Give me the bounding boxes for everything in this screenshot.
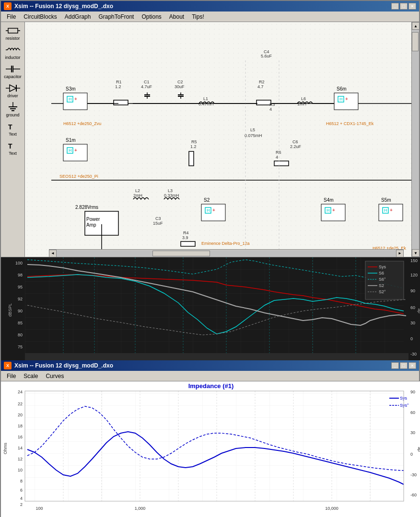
tool-text1[interactable]: T Text [2, 120, 23, 138]
svg-text:R1: R1 [116, 80, 122, 84]
second-menu-bar: File Scale Curves [1, 371, 419, 381]
scroll-thumb-h[interactable] [152, 251, 210, 256]
close-button[interactable]: × [408, 3, 416, 10]
tool-inductor-label: inductor [5, 55, 20, 60]
svg-text:4: 4 [269, 107, 272, 112]
title-bar-controls[interactable]: _ □ × [391, 3, 416, 10]
svg-text:Power: Power [86, 217, 100, 222]
svg-text:H6512 + CDX1-1745_Ek: H6512 + CDX1-1745_Ek [326, 121, 374, 126]
svg-text:2.2uF: 2.2uF [290, 144, 302, 149]
svg-text:0.33mH: 0.33mH [164, 193, 179, 198]
scroll-right-button[interactable]: ► [396, 250, 404, 257]
tool-ground[interactable]: ground [2, 101, 23, 119]
svg-text:4.7: 4.7 [257, 84, 264, 89]
scroll-down-button[interactable]: ▼ [412, 249, 420, 257]
maximize-button[interactable]: □ [400, 3, 408, 10]
svg-text:30: 30 [410, 321, 415, 325]
svg-text:60: 60 [410, 305, 415, 310]
svg-text:Ohms: Ohms [3, 443, 8, 455]
svg-text:°ap: °ap [417, 307, 420, 313]
svg-text:0: 0 [410, 336, 413, 341]
svg-text:4: 4 [20, 496, 23, 501]
menu2-file[interactable]: File [3, 372, 20, 380]
text2-icon: T [6, 140, 20, 151]
svg-text:90: 90 [410, 288, 415, 293]
driver-icon [6, 83, 20, 93]
svg-text:-30: -30 [410, 352, 417, 356]
svg-text:85: 85 [18, 321, 23, 325]
tool-text2[interactable]: T Text [2, 139, 23, 157]
svg-text:18: 18 [18, 424, 23, 428]
svg-text:R6: R6 [276, 150, 281, 155]
horizontal-scrollbar[interactable]: ◄ ► [49, 249, 404, 257]
svg-text:1.2: 1.2 [190, 144, 197, 149]
svg-text:75: 75 [18, 345, 23, 349]
menu-options[interactable]: Options [138, 12, 165, 21]
menu-graphtofront[interactable]: GraphToFront [94, 12, 138, 21]
svg-text:L2: L2 [135, 188, 140, 193]
tool-capacitor[interactable]: capacitor [2, 62, 23, 80]
svg-text:+: + [74, 148, 77, 153]
svg-text:95: 95 [18, 285, 23, 289]
second-window-title: Xsim -- Fusion 12 diysg_modD_.dxo [14, 362, 113, 369]
svg-text:3.9: 3.9 [182, 235, 188, 240]
minimize-button[interactable]: _ [391, 3, 399, 10]
minimize-button-2[interactable]: _ [391, 362, 399, 369]
svg-text:20: 20 [18, 413, 23, 417]
svg-text:R2: R2 [259, 80, 265, 84]
menu2-curves[interactable]: Curves [42, 372, 68, 380]
impedance-graph-svg: Impedance (#1) 24 22 20 18 16 14 12 10 8… [1, 381, 420, 517]
menu-file[interactable]: File [3, 12, 20, 21]
menu-tips[interactable]: Tips! [188, 12, 208, 21]
scroll-up-button[interactable]: ▲ [412, 22, 420, 30]
svg-text:Sys°: Sys° [400, 403, 409, 408]
tool-text2-label: Text [9, 151, 17, 156]
scroll-track-v[interactable] [412, 30, 419, 249]
circuit-area[interactable]: Power Amp 2.828Vrms 1W (8 ohm) S3m H + [25, 22, 411, 257]
svg-rect-75 [189, 151, 194, 166]
scroll-thumb-v[interactable] [412, 32, 419, 51]
svg-text:0.075mH: 0.075mH [245, 133, 262, 138]
svg-text:10: 10 [18, 468, 23, 472]
menu-addgraph[interactable]: AddGraph [61, 12, 95, 21]
second-title-bar-controls[interactable]: _ □ × [391, 362, 416, 369]
svg-text:12: 12 [18, 457, 23, 461]
svg-text:14: 14 [18, 446, 23, 450]
svg-text:+: + [390, 207, 393, 213]
svg-text:90: 90 [18, 309, 23, 313]
menu2-scale[interactable]: Scale [20, 372, 42, 380]
menu-about[interactable]: About [165, 12, 188, 21]
spl-graph-svg: 100 98 95 92 90 85 80 75 dBSPL 150 120 9… [1, 257, 420, 365]
svg-text:15uF: 15uF [153, 221, 163, 226]
tool-resistor[interactable]: resistor [2, 24, 23, 42]
svg-text:100: 100 [15, 261, 23, 265]
svg-text:dBSPL: dBSPL [8, 303, 12, 317]
svg-rect-52 [257, 100, 271, 105]
svg-text:S3m: S3m [66, 86, 76, 92]
svg-text:+: + [212, 207, 215, 213]
tool-driver[interactable]: driver [2, 81, 23, 100]
scroll-track-h[interactable] [57, 250, 396, 257]
svg-text:0: 0 [410, 452, 413, 457]
scroll-left-button[interactable]: ◄ [49, 250, 57, 257]
svg-text:1.2: 1.2 [115, 84, 121, 89]
svg-text:+: + [345, 96, 348, 102]
tool-driver-label: driver [7, 93, 18, 98]
svg-text:5.6uF: 5.6uF [261, 54, 272, 58]
vertical-scrollbar[interactable]: ▲ ▼ [411, 22, 419, 257]
svg-text:C1: C1 [144, 80, 150, 84]
svg-text:T: T [8, 142, 12, 150]
menu-circuitblocks[interactable]: CircuitBlocks [20, 12, 60, 21]
tool-inductor[interactable]: inductor [2, 43, 23, 61]
svg-text:C3: C3 [155, 216, 161, 221]
svg-text:Eminence Delta-Pro_12a: Eminence Delta-Pro_12a [201, 241, 250, 246]
inductor-icon [6, 45, 20, 55]
close-button-2[interactable]: × [408, 362, 416, 369]
ground-icon [6, 102, 20, 113]
svg-text:S6: S6 [379, 271, 384, 276]
svg-text:60: 60 [410, 410, 415, 415]
maximize-button-2[interactable]: □ [400, 362, 408, 369]
svg-text:S1m: S1m [66, 138, 76, 143]
second-title-bar: X Xsim -- Fusion 12 diysg_modD_.dxo _ □ … [1, 360, 419, 371]
text1-icon: T [6, 121, 20, 132]
